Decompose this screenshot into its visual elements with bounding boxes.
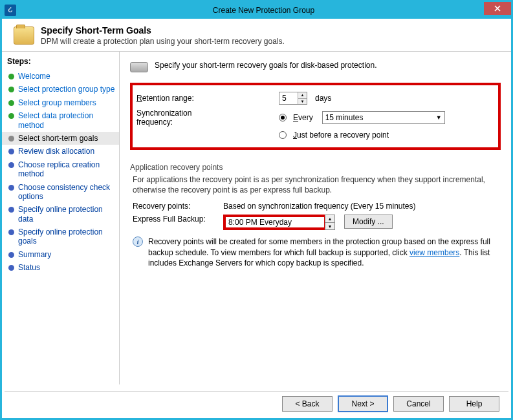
disk-icon xyxy=(130,62,148,72)
step-label: Select protection group type xyxy=(18,85,115,94)
wizard-step[interactable]: Specify online protection goals xyxy=(2,226,119,248)
steps-panel: Steps: WelcomeSelect protection group ty… xyxy=(2,52,120,384)
step-bullet-icon xyxy=(8,136,14,142)
retention-input[interactable]: 5 ▲▼ xyxy=(279,92,307,105)
intro-text: Specify your short-term recovery goals f… xyxy=(155,61,377,70)
info-icon: i xyxy=(133,236,143,247)
step-label: Choose replica creation method xyxy=(18,160,115,179)
app-recovery-group: Application recovery points For applicat… xyxy=(130,162,501,268)
sync-interval-value: 15 minutes xyxy=(325,113,364,122)
page-subtitle: DPM will create a protection plan using … xyxy=(41,37,285,46)
retention-spinner[interactable]: ▲▼ xyxy=(298,92,307,104)
page-title: Specify Short-Term Goals xyxy=(41,25,285,36)
wizard-step[interactable]: Summary xyxy=(2,248,119,261)
step-bullet-icon xyxy=(8,185,14,191)
folder-icon xyxy=(14,26,34,45)
wizard-footer: < Back Next > Cancel Help xyxy=(5,391,508,415)
steps-heading: Steps: xyxy=(2,54,119,70)
window-frame: Create New Protection Group Specify Shor… xyxy=(0,0,513,420)
step-bullet-icon xyxy=(8,100,14,106)
window-title: Create New Protection Group xyxy=(16,6,511,15)
sync-label: Synchronization frequency: xyxy=(136,109,227,127)
main-panel: Specify your short-term recovery goals f… xyxy=(120,52,511,384)
express-label: Express Full Backup: xyxy=(133,215,223,224)
step-bullet-icon xyxy=(8,149,14,154)
step-bullet-icon xyxy=(8,229,14,235)
step-bullet-icon xyxy=(8,74,14,79)
close-button[interactable] xyxy=(484,2,511,15)
body: Steps: WelcomeSelect protection group ty… xyxy=(2,51,511,384)
wizard-step[interactable]: Choose replica creation method xyxy=(2,158,119,181)
step-bullet-icon xyxy=(8,87,14,92)
page-header: Specify Short-Term Goals DPM will create… xyxy=(2,19,511,51)
step-bullet-icon xyxy=(8,265,14,271)
info-note: i Recovery points will be created for so… xyxy=(133,236,498,268)
recovery-points-label: Recovery points: xyxy=(133,202,223,211)
wizard-step[interactable]: Review disk allocation xyxy=(2,145,119,158)
recovery-points-value: Based on synchronization frequency (Ever… xyxy=(223,202,416,211)
sync-justbefore-radio[interactable] xyxy=(279,131,287,139)
step-label: Select short-term goals xyxy=(18,134,98,143)
cancel-button[interactable]: Cancel xyxy=(393,396,444,412)
step-label: Specify online protection data xyxy=(18,205,115,224)
step-label: Select group members xyxy=(18,98,96,107)
next-button[interactable]: Next > xyxy=(338,395,388,412)
sync-interval-select[interactable]: 15 minutes ▼ xyxy=(322,111,445,124)
arp-description: For applications the recovery point is a… xyxy=(133,174,498,195)
wizard-step[interactable]: Welcome xyxy=(2,70,119,83)
wizard-step[interactable]: Specify online protection data xyxy=(2,203,119,226)
wizard-step[interactable]: Select protection group type xyxy=(2,83,119,96)
retention-value: 5 xyxy=(282,94,287,103)
arp-heading: Application recovery points xyxy=(130,163,501,172)
modify-button[interactable]: Modify ... xyxy=(344,215,393,229)
step-bullet-icon xyxy=(8,113,14,119)
sync-every-label: Every xyxy=(293,113,313,122)
title-bar: Create New Protection Group xyxy=(2,2,511,19)
wizard-step[interactable]: Status xyxy=(2,261,119,274)
express-scroll[interactable]: ▲▼ xyxy=(325,215,335,230)
wizard-step[interactable]: Select data protection method xyxy=(2,109,119,132)
step-label: Select data protection method xyxy=(18,111,115,130)
wizard-step[interactable]: Choose consistency check options xyxy=(2,181,119,204)
app-icon xyxy=(5,5,16,16)
step-label: Specify online protection goals xyxy=(18,227,115,246)
sync-justbefore-label: Just before a recovery point xyxy=(293,131,389,140)
retention-sync-group: Retention range: 5 ▲▼ days Synchronizati… xyxy=(130,83,501,150)
step-bullet-icon xyxy=(8,162,14,168)
wizard-step[interactable]: Select group members xyxy=(2,96,119,109)
view-members-link[interactable]: view members xyxy=(409,248,459,257)
retention-label: Retention range: xyxy=(136,94,227,103)
sync-every-radio[interactable] xyxy=(279,114,287,121)
back-button[interactable]: < Back xyxy=(282,396,333,412)
help-button[interactable]: Help xyxy=(449,396,499,412)
express-schedule-list[interactable]: 8:00 PM Everyday xyxy=(223,215,327,230)
retention-unit: days xyxy=(315,94,331,103)
chevron-down-icon: ▼ xyxy=(436,114,442,121)
step-bullet-icon xyxy=(8,207,14,213)
step-label: Review disk allocation xyxy=(18,147,94,156)
step-label: Choose consistency check options xyxy=(18,183,115,202)
step-label: Status xyxy=(18,263,40,272)
express-value: 8:00 PM Everyday xyxy=(228,218,292,227)
step-label: Welcome xyxy=(18,72,50,81)
wizard-step: Select short-term goals xyxy=(2,132,119,145)
step-label: Summary xyxy=(18,250,51,259)
step-bullet-icon xyxy=(8,252,14,258)
